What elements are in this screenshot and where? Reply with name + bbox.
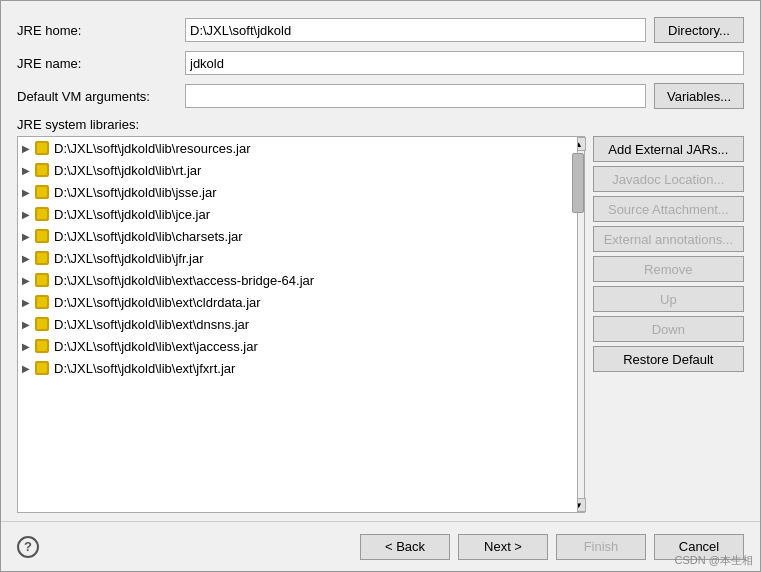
add-external-jars-button[interactable]: Add External JARs... [593,136,744,162]
expand-arrow: ▶ [22,253,30,264]
library-path: D:\JXL\soft\jdkold\lib\ext\dnsns.jar [54,317,249,332]
library-item[interactable]: ▶D:\JXL\soft\jdkold\lib\jfr.jar [18,247,577,269]
expand-arrow: ▶ [22,319,30,330]
library-path: D:\JXL\soft\jdkold\lib\jfr.jar [54,251,204,266]
watermark: CSDN @本生相 [675,553,753,568]
jar-icon [34,162,50,178]
external-annotations-button[interactable]: External annotations... [593,226,744,252]
library-item[interactable]: ▶D:\JXL\soft\jdkold\lib\resources.jar [18,137,577,159]
library-path: D:\JXL\soft\jdkold\lib\ext\jfxrt.jar [54,361,235,376]
expand-arrow: ▶ [22,275,30,286]
expand-arrow: ▶ [22,231,30,242]
library-path: D:\JXL\soft\jdkold\lib\ext\cldrdata.jar [54,295,261,310]
library-path: D:\JXL\soft\jdkold\lib\jce.jar [54,207,210,222]
variables-button[interactable]: Variables... [654,83,744,109]
library-item[interactable]: ▶D:\JXL\soft\jdkold\lib\jce.jar [18,203,577,225]
default-vm-input[interactable] [185,84,646,108]
jar-icon [34,184,50,200]
jar-icon [34,228,50,244]
jre-name-input[interactable] [185,51,744,75]
source-attachment-button[interactable]: Source Attachment... [593,196,744,222]
expand-arrow: ▶ [22,341,30,352]
jar-icon [34,294,50,310]
expand-arrow: ▶ [22,165,30,176]
library-item[interactable]: ▶D:\JXL\soft\jdkold\lib\ext\access-bridg… [18,269,577,291]
library-path: D:\JXL\soft\jdkold\lib\rt.jar [54,163,201,178]
jar-icon [34,140,50,156]
libraries-list[interactable]: ▶D:\JXL\soft\jdkold\lib\resources.jar▶D:… [18,137,577,512]
jar-icon [34,250,50,266]
jre-home-label: JRE home: [17,23,177,38]
jar-icon [34,360,50,376]
library-item[interactable]: ▶D:\JXL\soft\jdkold\lib\rt.jar [18,159,577,181]
jar-icon [34,272,50,288]
library-item[interactable]: ▶D:\JXL\soft\jdkold\lib\ext\dnsns.jar [18,313,577,335]
restore-default-button[interactable]: Restore Default [593,346,744,372]
library-item[interactable]: ▶D:\JXL\soft\jdkold\lib\ext\jaccess.jar [18,335,577,357]
expand-arrow: ▶ [22,187,30,198]
library-item[interactable]: ▶D:\JXL\soft\jdkold\lib\ext\cldrdata.jar [18,291,577,313]
jre-home-input[interactable] [185,18,646,42]
javadoc-location-button[interactable]: Javadoc Location... [593,166,744,192]
scrollbar-thumb[interactable] [572,153,584,213]
library-path: D:\JXL\soft\jdkold\lib\charsets.jar [54,229,243,244]
library-path: D:\JXL\soft\jdkold\lib\resources.jar [54,141,251,156]
expand-arrow: ▶ [22,363,30,374]
library-item[interactable]: ▶D:\JXL\soft\jdkold\lib\ext\jfxrt.jar [18,357,577,379]
remove-button[interactable]: Remove [593,256,744,282]
next-button[interactable]: Next > [458,534,548,560]
down-button[interactable]: Down [593,316,744,342]
library-path: D:\JXL\soft\jdkold\lib\ext\access-bridge… [54,273,314,288]
help-button[interactable]: ? [17,536,39,558]
jar-icon [34,316,50,332]
library-path: D:\JXL\soft\jdkold\lib\ext\jaccess.jar [54,339,258,354]
library-item[interactable]: ▶D:\JXL\soft\jdkold\lib\jsse.jar [18,181,577,203]
expand-arrow: ▶ [22,143,30,154]
jar-icon [34,206,50,222]
directory-button[interactable]: Directory... [654,17,744,43]
jre-name-label: JRE name: [17,56,177,71]
jar-icon [34,338,50,354]
finish-button[interactable]: Finish [556,534,646,560]
library-path: D:\JXL\soft\jdkold\lib\jsse.jar [54,185,217,200]
libraries-label: JRE system libraries: [17,117,744,132]
up-button[interactable]: Up [593,286,744,312]
expand-arrow: ▶ [22,297,30,308]
expand-arrow: ▶ [22,209,30,220]
default-vm-label: Default VM arguments: [17,89,177,104]
libraries-action-buttons: Add External JARs... Javadoc Location...… [593,136,744,513]
library-item[interactable]: ▶D:\JXL\soft\jdkold\lib\charsets.jar [18,225,577,247]
back-button[interactable]: < Back [360,534,450,560]
